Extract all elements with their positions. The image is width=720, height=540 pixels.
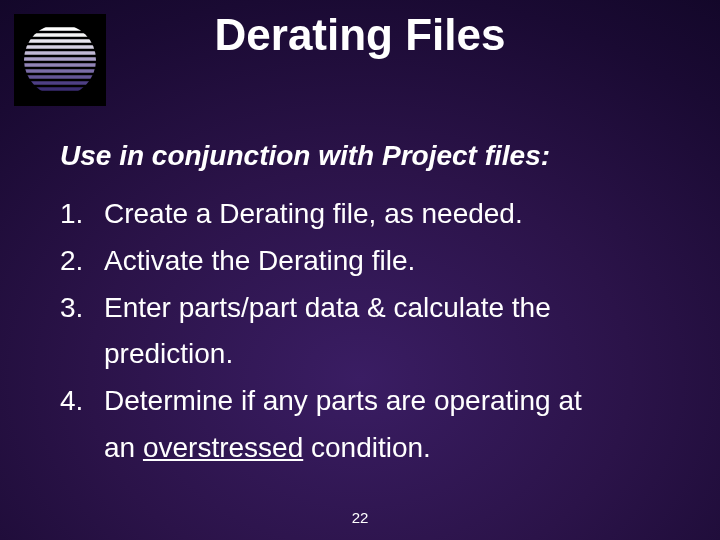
lead-text: Use in conjunction with Project files: [60, 140, 680, 172]
item-number-blank [60, 332, 104, 377]
list-item-continuation: prediction. [60, 332, 680, 377]
underlined-word: overstressed [143, 432, 303, 463]
page-number: 22 [0, 509, 720, 526]
list-item: 1. Create a Derating file, as needed. [60, 192, 680, 237]
list-item-continuation: an overstressed condition. [60, 426, 680, 471]
item-text: Determine if any parts are operating at [104, 379, 680, 424]
item-number-blank [60, 426, 104, 471]
list-item: 4. Determine if any parts are operating … [60, 379, 680, 424]
item-number: 2. [60, 239, 104, 284]
item-text: Enter parts/part data & calculate the [104, 286, 680, 331]
slide-body: Use in conjunction with Project files: 1… [60, 140, 680, 473]
list-item: 3. Enter parts/part data & calculate the [60, 286, 680, 331]
item-number: 4. [60, 379, 104, 424]
slide-title: Derating Files [0, 10, 720, 60]
item-number: 1. [60, 192, 104, 237]
text-fragment: condition. [303, 432, 431, 463]
item-text: Activate the Derating file. [104, 239, 680, 284]
item-number: 3. [60, 286, 104, 331]
item-text: prediction. [104, 332, 680, 377]
text-fragment: an [104, 432, 143, 463]
item-text: an overstressed condition. [104, 426, 680, 471]
item-text: Create a Derating file, as needed. [104, 192, 680, 237]
list-item: 2. Activate the Derating file. [60, 239, 680, 284]
numbered-list: 1. Create a Derating file, as needed. 2.… [60, 192, 680, 471]
